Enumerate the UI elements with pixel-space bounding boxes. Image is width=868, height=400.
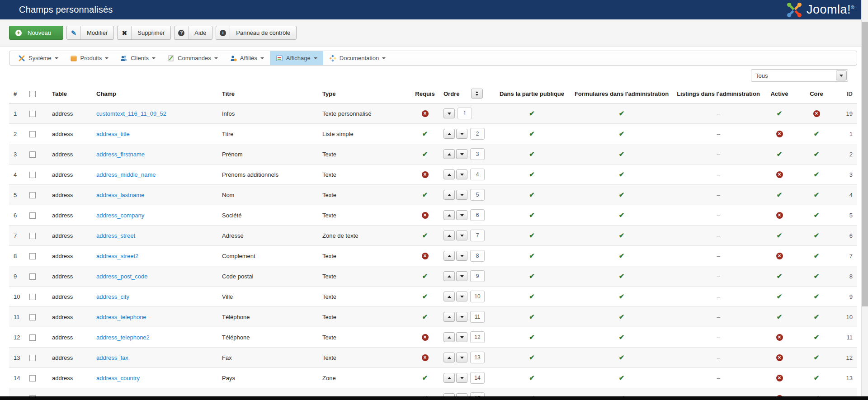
order-down-button[interactable] xyxy=(456,190,467,200)
admin-forms-toggle-check-icon[interactable]: ✔ xyxy=(619,150,625,158)
public-toggle-check-icon[interactable]: ✔ xyxy=(529,272,535,280)
new-button[interactable]: + Nouveau xyxy=(9,26,63,40)
public-toggle-check-icon[interactable]: ✔ xyxy=(529,252,535,259)
menu-item-commandes[interactable]: Commandes xyxy=(161,51,224,65)
order-up-button[interactable] xyxy=(443,129,455,139)
required-toggle-check-icon[interactable]: ✔ xyxy=(422,313,428,320)
required-toggle-check-icon[interactable]: ✔ xyxy=(422,191,428,198)
field-link[interactable]: address_lastname xyxy=(96,192,144,198)
required-toggle-check-icon[interactable]: ✔ xyxy=(422,231,428,239)
required-toggle-cross-icon[interactable]: × xyxy=(422,212,429,219)
row-checkbox[interactable] xyxy=(29,131,36,137)
required-toggle-check-icon[interactable]: ✔ xyxy=(422,150,428,158)
scrollbar-thumb[interactable] xyxy=(862,22,868,306)
order-down-button[interactable] xyxy=(456,332,467,342)
public-toggle-check-icon[interactable]: ✔ xyxy=(529,353,535,361)
order-up-button[interactable] xyxy=(443,353,455,362)
active-toggle-check-icon[interactable]: ✔ xyxy=(777,292,783,300)
admin-forms-toggle-check-icon[interactable]: ✔ xyxy=(619,313,625,320)
row-checkbox[interactable] xyxy=(29,172,36,178)
field-link[interactable]: address_fax xyxy=(96,354,128,361)
public-toggle-check-icon[interactable]: ✔ xyxy=(529,292,535,300)
order-up-button[interactable] xyxy=(443,271,455,281)
order-down-button[interactable] xyxy=(456,169,467,179)
required-toggle-check-icon[interactable]: ✔ xyxy=(422,272,428,280)
active-toggle-check-icon[interactable]: ✔ xyxy=(777,313,783,320)
active-toggle-cross-icon[interactable]: × xyxy=(776,334,783,341)
order-down-button[interactable] xyxy=(456,373,467,383)
required-toggle-cross-icon[interactable]: × xyxy=(422,253,429,259)
row-checkbox[interactable] xyxy=(29,314,36,320)
active-toggle-check-icon[interactable]: ✔ xyxy=(777,191,783,198)
public-toggle-check-icon[interactable]: ✔ xyxy=(529,313,535,320)
required-toggle-cross-icon[interactable]: × xyxy=(422,334,429,341)
menu-item-documentation[interactable]: Documentation xyxy=(323,51,392,65)
public-toggle-check-icon[interactable]: ✔ xyxy=(529,109,535,117)
select-all-checkbox[interactable] xyxy=(29,91,36,97)
order-down-button[interactable] xyxy=(456,149,467,159)
field-link[interactable]: address_city xyxy=(96,293,129,300)
order-down-button[interactable] xyxy=(443,108,455,118)
order-up-button[interactable] xyxy=(443,169,455,179)
active-toggle-cross-icon[interactable]: × xyxy=(776,131,783,137)
required-toggle-cross-icon[interactable]: × xyxy=(422,354,429,361)
public-toggle-check-icon[interactable]: ✔ xyxy=(529,170,535,178)
order-sort-button[interactable] xyxy=(471,89,483,99)
active-toggle-check-icon[interactable]: ✔ xyxy=(777,109,783,117)
field-link[interactable]: address_country xyxy=(96,375,140,381)
public-toggle-check-icon[interactable]: ✔ xyxy=(529,150,535,158)
order-input[interactable] xyxy=(470,372,485,384)
row-checkbox[interactable] xyxy=(29,192,36,198)
admin-forms-toggle-check-icon[interactable]: ✔ xyxy=(619,211,625,219)
row-checkbox[interactable] xyxy=(29,233,36,239)
row-checkbox[interactable] xyxy=(29,273,36,280)
order-input[interactable] xyxy=(458,108,472,119)
admin-forms-toggle-check-icon[interactable]: ✔ xyxy=(619,109,625,117)
field-link[interactable]: customtext_116_11_09_52 xyxy=(96,110,166,117)
admin-forms-toggle-check-icon[interactable]: ✔ xyxy=(619,170,625,178)
order-input[interactable] xyxy=(470,209,485,221)
required-toggle-check-icon[interactable]: ✔ xyxy=(422,374,428,381)
order-input[interactable] xyxy=(470,128,485,140)
menu-item-clients[interactable]: Clients xyxy=(114,51,161,65)
order-input[interactable] xyxy=(470,230,485,241)
required-toggle-cross-icon[interactable]: × xyxy=(422,110,429,117)
field-link[interactable]: address_street2 xyxy=(96,253,138,259)
required-toggle-check-icon[interactable]: ✔ xyxy=(422,130,428,137)
active-toggle-cross-icon[interactable]: × xyxy=(776,375,783,381)
field-link[interactable]: address_title xyxy=(96,131,130,137)
order-down-button[interactable] xyxy=(456,251,467,261)
order-up-button[interactable] xyxy=(443,190,455,200)
admin-forms-toggle-check-icon[interactable]: ✔ xyxy=(619,231,625,239)
field-link[interactable]: address_firstname xyxy=(96,151,145,158)
public-toggle-check-icon[interactable]: ✔ xyxy=(529,333,535,341)
control-panel-button[interactable]: i Panneau de contrôle xyxy=(216,26,297,40)
order-down-button[interactable] xyxy=(456,292,467,301)
active-toggle-cross-icon[interactable]: × xyxy=(776,212,783,219)
field-link[interactable]: address_telephone xyxy=(96,314,146,320)
active-toggle-cross-icon[interactable]: × xyxy=(776,253,783,259)
menu-item-affichage[interactable]: Affichage xyxy=(270,51,323,65)
required-toggle-check-icon[interactable]: ✔ xyxy=(422,292,428,300)
order-input[interactable] xyxy=(470,148,485,160)
order-up-button[interactable] xyxy=(443,312,455,322)
public-toggle-check-icon[interactable]: ✔ xyxy=(529,374,535,381)
admin-forms-toggle-check-icon[interactable]: ✔ xyxy=(619,272,625,280)
active-toggle-check-icon[interactable]: ✔ xyxy=(777,231,783,239)
vertical-scrollbar[interactable] xyxy=(861,0,868,400)
order-input[interactable] xyxy=(470,270,485,282)
row-checkbox[interactable] xyxy=(29,212,36,219)
admin-forms-toggle-check-icon[interactable]: ✔ xyxy=(619,333,625,341)
row-checkbox[interactable] xyxy=(29,375,36,381)
row-checkbox[interactable] xyxy=(29,294,36,300)
order-down-button[interactable] xyxy=(456,353,467,362)
order-up-button[interactable] xyxy=(443,332,455,342)
menu-item-affilies[interactable]: Affiliés xyxy=(224,51,270,65)
order-up-button[interactable] xyxy=(443,251,455,261)
order-input[interactable] xyxy=(470,250,485,262)
public-toggle-check-icon[interactable]: ✔ xyxy=(529,231,535,239)
row-checkbox[interactable] xyxy=(29,253,36,259)
order-input[interactable] xyxy=(470,331,485,343)
field-link[interactable]: address_telephone2 xyxy=(96,334,150,341)
row-checkbox[interactable] xyxy=(29,355,36,361)
